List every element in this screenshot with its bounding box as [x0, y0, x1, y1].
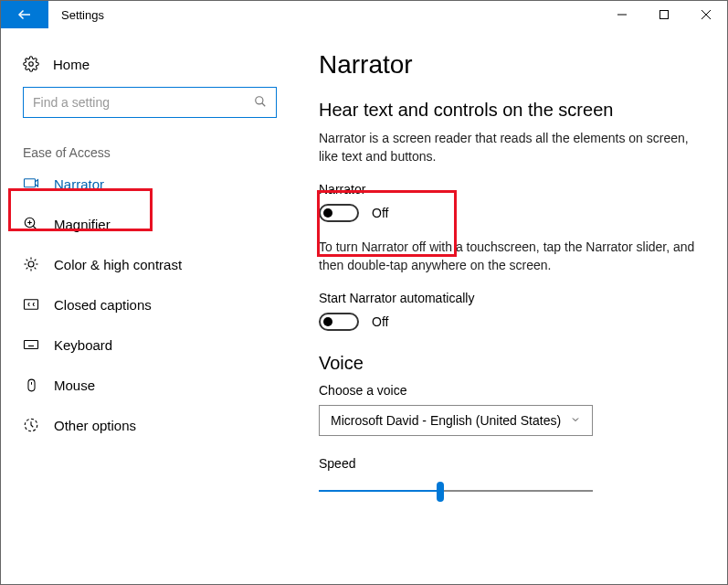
minimize-button[interactable] [601, 1, 643, 28]
svg-line-10 [33, 226, 37, 230]
page-title: Narrator [319, 50, 696, 80]
other-icon [23, 417, 39, 433]
svg-line-21 [35, 260, 37, 261]
maximize-icon [659, 9, 670, 20]
auto-toggle-state: Off [372, 314, 388, 329]
sidebar-item-label: Closed captions [54, 297, 152, 313]
search-input[interactable] [33, 95, 254, 110]
auto-start-toggle[interactable] [319, 313, 359, 331]
slider-thumb[interactable] [437, 482, 444, 502]
voice-select-value: Microsoft David - English (United States… [331, 413, 561, 428]
choose-voice-label: Choose a voice [319, 383, 696, 398]
svg-rect-2 [660, 11, 669, 19]
slider-fill [319, 490, 442, 492]
sidebar-item-mouse[interactable]: Mouse [1, 365, 293, 405]
speed-slider[interactable] [319, 480, 593, 502]
svg-line-19 [35, 268, 37, 270]
sidebar-item-narrator[interactable]: Narrator [1, 164, 293, 204]
narrator-toggle-state: Off [372, 206, 388, 220]
search-icon [254, 95, 267, 111]
toggle-knob [323, 208, 332, 218]
search-input-container[interactable] [23, 87, 277, 118]
svg-rect-23 [25, 341, 38, 349]
back-arrow-icon [16, 6, 33, 23]
keyboard-icon [23, 336, 39, 353]
sidebar-item-magnifier[interactable]: Magnifier [1, 204, 293, 244]
svg-line-7 [262, 102, 266, 106]
sidebar-home[interactable]: Home [1, 50, 293, 87]
close-button[interactable] [685, 1, 727, 28]
svg-point-6 [256, 96, 263, 103]
narrator-toggle-label: Narrator [319, 182, 696, 197]
mouse-icon [23, 377, 39, 393]
svg-line-20 [26, 268, 28, 270]
narrator-description: Narrator is a screen reader that reads a… [319, 130, 696, 165]
svg-rect-29 [27, 379, 34, 391]
title-bar-drag-area[interactable] [117, 1, 601, 28]
section-hear-text: Hear text and controls on the screen [319, 100, 696, 121]
sidebar-category: Ease of Access [1, 118, 293, 164]
magnifier-icon [23, 216, 39, 232]
window-title: Settings [48, 1, 117, 28]
narrator-icon [23, 176, 39, 192]
brightness-icon [23, 256, 39, 272]
touchscreen-hint: To turn Narrator off with a touchscreen,… [319, 239, 696, 274]
cc-icon [23, 296, 39, 313]
sidebar-item-label: Mouse [54, 378, 95, 393]
toggle-knob [323, 317, 332, 326]
narrator-toggle[interactable] [319, 204, 359, 222]
minimize-icon [617, 9, 628, 20]
back-button[interactable] [1, 1, 48, 28]
svg-line-18 [26, 260, 28, 261]
sidebar-item-color-contrast[interactable]: Color & high contrast [1, 244, 293, 284]
svg-rect-8 [25, 179, 36, 187]
svg-rect-22 [25, 300, 38, 310]
chevron-down-icon [570, 413, 581, 428]
sidebar-item-closed-captions[interactable]: Closed captions [1, 284, 293, 324]
sidebar-item-label: Color & high contrast [54, 257, 182, 272]
voice-select[interactable]: Microsoft David - English (United States… [319, 405, 593, 436]
section-voice: Voice [319, 353, 696, 374]
sidebar-home-label: Home [53, 57, 90, 72]
sidebar-item-label: Narrator [54, 176, 104, 192]
sidebar-item-other-options[interactable]: Other options [1, 405, 293, 445]
sidebar-item-keyboard[interactable]: Keyboard [1, 324, 293, 365]
auto-toggle-label: Start Narrator automatically [319, 291, 696, 305]
gear-icon [23, 56, 39, 72]
sidebar-item-label: Other options [54, 418, 136, 433]
maximize-button[interactable] [643, 1, 685, 28]
svg-point-5 [29, 62, 34, 67]
speed-label: Speed [319, 456, 696, 471]
svg-point-13 [28, 261, 34, 267]
sidebar-item-label: Keyboard [54, 337, 112, 353]
sidebar-item-label: Magnifier [54, 217, 111, 232]
close-icon [701, 9, 712, 20]
